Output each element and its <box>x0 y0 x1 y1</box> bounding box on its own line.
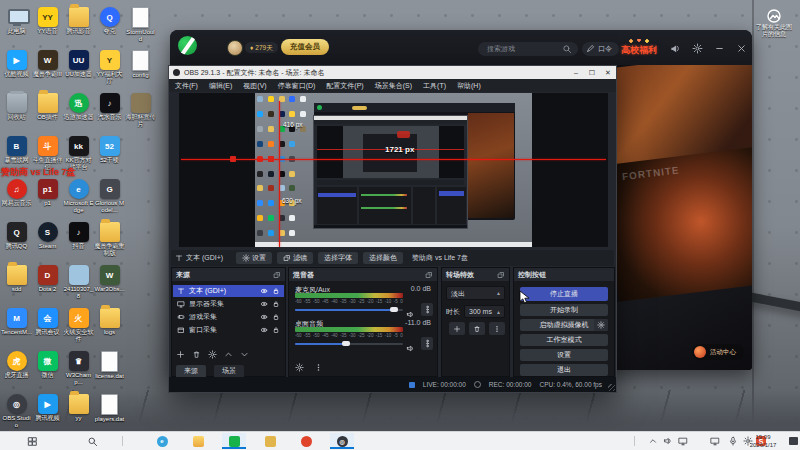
launcher-settings-button[interactable] <box>690 41 704 55</box>
tray-display2-icon[interactable] <box>708 435 721 447</box>
desktop-icon-此电脑[interactable]: 此电脑 <box>1 7 32 35</box>
membership-days-badge[interactable]: ♦279天 <box>245 42 278 53</box>
spotlight-hint[interactable]: 了解有关此图 片的信息 <box>752 6 796 38</box>
add-transition-button[interactable] <box>449 322 465 335</box>
tray-display-icon[interactable] <box>676 435 689 447</box>
tray-speaker-icon[interactable] <box>661 435 674 447</box>
menu-工具(T)[interactable]: 工具(T) <box>423 81 446 91</box>
launcher-minimize-button[interactable] <box>712 41 726 55</box>
mixer-menu-button[interactable] <box>314 363 323 372</box>
desktop-icon-YY福利大厅[interactable]: YYY福利大厅 <box>94 50 125 85</box>
obs-minimize-button[interactable]: – <box>568 66 584 79</box>
desktop-icon-YY语音[interactable]: YYYY语音 <box>32 7 63 35</box>
desktop-icon-腾讯影音[interactable]: 腾讯影音 <box>63 7 94 35</box>
speaker-icon[interactable] <box>406 339 415 357</box>
desktop-icon-迅游加速器[interactable]: 迅迅游加速器 <box>63 93 94 121</box>
desktop-icon-优酷视频[interactable]: ▶优酷视频 <box>1 50 32 78</box>
visibility-eye-icon[interactable] <box>260 313 268 321</box>
select-font-button[interactable]: 选择字体 <box>318 252 358 264</box>
desktop-icon-微信[interactable]: 微微信 <box>32 351 63 379</box>
obs-titlebar[interactable]: OBS 29.1.3 - 配置文件: 未命名 - 场景: 未命名 – ☐ ✕ <box>169 66 616 79</box>
transition-select[interactable]: 淡出▲▼ <box>446 286 505 300</box>
desktop-icon-魔兽争霸III[interactable]: W魔兽争霸III <box>32 50 63 78</box>
game-search-input[interactable]: 搜索游戏 <box>478 42 578 56</box>
visibility-eye-icon[interactable] <box>260 326 268 334</box>
obs-maximize-button[interactable]: ☐ <box>584 66 600 79</box>
desktop-icon-腾讯会议[interactable]: 会腾讯会议 <box>32 308 63 336</box>
desktop-icon-Dota 2[interactable]: DDota 2 <box>32 265 63 293</box>
control-button-退出[interactable]: 退出 <box>520 364 608 376</box>
desktop-icon-config[interactable]: config <box>125 50 156 79</box>
ruler-handle[interactable] <box>268 156 274 162</box>
desktop-icon-汽水音乐[interactable]: ♪汽水音乐 <box>94 93 125 121</box>
launcher-close-button[interactable] <box>734 41 748 55</box>
menu-停靠窗口(D)[interactable]: 停靠窗口(D) <box>278 81 316 91</box>
start-button[interactable] <box>20 433 44 449</box>
red-app[interactable] <box>294 433 318 449</box>
obs-preview[interactable]: 416 px 630 px 1721 px <box>179 93 608 247</box>
mixer-settings-button[interactable] <box>295 363 304 372</box>
desktop-icon-火绒安全软件[interactable]: 火火绒安全软件 <box>63 308 94 343</box>
wegame-app[interactable] <box>222 433 246 449</box>
desktop-icon-sdd[interactable]: sdd <box>1 265 32 293</box>
obs-close-button[interactable]: ✕ <box>600 66 616 79</box>
remove-transition-button[interactable] <box>469 322 485 335</box>
menu-帮助(H)[interactable]: 帮助(H) <box>457 81 481 91</box>
popout-icon[interactable] <box>497 271 505 279</box>
channel-menu-button[interactable] <box>421 303 433 316</box>
desktop-icon-抖音[interactable]: ♪抖音 <box>63 222 94 250</box>
campus-welfare-link[interactable]: 高校福利 <box>621 44 657 57</box>
channel-menu-button[interactable] <box>421 337 433 350</box>
source-row-窗口采集[interactable]: 窗口采集 <box>173 324 284 336</box>
desktop-icon-Microsoft Edge[interactable]: eMicrosoft Edge <box>63 179 94 214</box>
source-settings-button[interactable]: 设置 <box>236 252 272 264</box>
launcher-avatar[interactable] <box>227 40 243 56</box>
desktop-icon-Steam[interactable]: SSteam <box>32 222 63 250</box>
ruler-handle[interactable] <box>230 156 236 162</box>
source-row-显示器采集[interactable]: 显示器采集 <box>173 298 284 310</box>
desktop-icon-魔兽争霸重制版[interactable]: 魔兽争霸重制版 <box>94 222 125 257</box>
popout-icon[interactable] <box>425 271 433 279</box>
desktop-icon-OBS Studio[interactable]: ◎OBS Studio <box>1 394 32 429</box>
control-button-工作室模式[interactable]: 工作室模式 <box>520 334 608 346</box>
move-source-down-button[interactable] <box>240 350 249 359</box>
desktop-icon-UU加速器[interactable]: UUUU加速器 <box>63 50 94 78</box>
file-explorer[interactable] <box>186 433 210 449</box>
source-row-游戏采集[interactable]: 游戏采集 <box>173 311 284 323</box>
desktop-icon-暴雪战网[interactable]: B暴雪战网 <box>1 136 32 164</box>
control-button-开始录制[interactable]: 开始录制 <box>520 304 608 316</box>
lock-icon[interactable] <box>272 287 280 295</box>
desktop-icon-W3Champ...[interactable]: ♛W3Champ... <box>63 351 94 386</box>
redeem-code-button[interactable]: 口令 <box>582 42 619 56</box>
virtual-camera-settings-button[interactable] <box>594 319 608 331</box>
lock-icon[interactable] <box>272 326 280 334</box>
text-source-value[interactable]: 赞助商 vs Life 7盘 <box>412 253 468 263</box>
desktop-icon-网易云音乐[interactable]: ♫网易云音乐 <box>1 179 32 207</box>
obs-app[interactable]: ◎ <box>330 433 354 449</box>
desktop-icon-虎牙直播[interactable]: 虎虎牙直播 <box>1 351 32 379</box>
desktop-icon-players.dat[interactable]: players.dat <box>94 394 125 423</box>
recharge-vip-button[interactable]: 充值会员 <box>281 39 329 55</box>
control-button-设置[interactable]: 设置 <box>520 349 608 361</box>
menu-场景集合(S)[interactable]: 场景集合(S) <box>375 81 412 91</box>
desktop-icon-War3Obs...[interactable]: WWar3Obs... <box>94 265 125 293</box>
desktop-icon-夸克[interactable]: Q夸克 <box>94 7 125 35</box>
search-button[interactable] <box>80 433 104 449</box>
volume-slider[interactable] <box>295 340 403 347</box>
menu-编辑(E)[interactable]: 编辑(E) <box>209 81 232 91</box>
transition-menu-button[interactable] <box>489 322 505 335</box>
desktop-icon-Glorious Model...[interactable]: GGlorious Model... <box>94 179 125 214</box>
add-source-button[interactable] <box>176 350 185 359</box>
menu-文件(F)[interactable]: 文件(F) <box>175 81 198 91</box>
launcher-logo[interactable] <box>178 36 197 55</box>
desktop-icon-logs[interactable]: logs <box>94 308 125 336</box>
menu-配置文件(P)[interactable]: 配置文件(P) <box>326 81 363 91</box>
lock-icon[interactable] <box>272 300 280 308</box>
desktop-icon-52干楼[interactable]: 5252干楼 <box>94 136 125 164</box>
edge-app[interactable]: e <box>150 433 174 449</box>
notification-center-button[interactable] <box>787 435 799 447</box>
desktop-icon-TencentM...[interactable]: MTencentM... <box>1 308 32 336</box>
desktop-icon-p1[interactable]: p1p1 <box>32 179 63 207</box>
yellow-app[interactable] <box>258 433 282 449</box>
source-row-文本 (GDI+)[interactable]: 文本 (GDI+) <box>173 285 284 297</box>
